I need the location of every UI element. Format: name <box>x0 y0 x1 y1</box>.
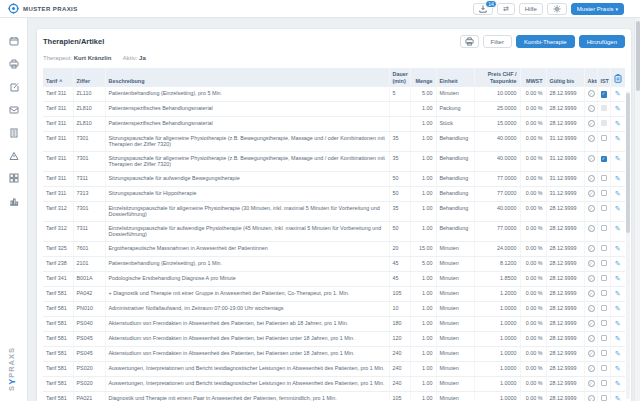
edit-row-button[interactable]: ✎ <box>615 260 621 267</box>
ist-checkbox[interactable] <box>601 305 608 312</box>
table-row[interactable]: Tarif 3127311Einzelsitzungspauschale für… <box>43 221 625 241</box>
sidebar-item-warnings[interactable] <box>0 147 27 165</box>
ist-checkbox[interactable] <box>601 335 608 342</box>
edit-row-button[interactable]: ✎ <box>615 245 621 252</box>
sidebar-item-statistics[interactable] <box>0 192 27 210</box>
table-row[interactable]: Tarif 311ZL810Patientenspezifisches Beha… <box>43 101 625 116</box>
edit-row-button[interactable]: ✎ <box>615 175 621 182</box>
table-row[interactable]: Tarif 3117301Sitzungspauschale für allge… <box>43 151 625 171</box>
edit-row-button[interactable]: ✎ <box>615 155 621 162</box>
cell-edit: ✎ <box>610 361 625 376</box>
transfer-button[interactable]: ⇄ <box>497 3 515 15</box>
filter-button[interactable]: Filter <box>483 35 512 48</box>
aktiv-status-icon: ✓ <box>588 290 595 297</box>
ist-checkbox[interactable] <box>601 275 608 282</box>
col-header-beschreibung[interactable]: Beschreibung <box>105 68 389 87</box>
ist-checkbox[interactable] <box>601 290 608 297</box>
ist-checkbox[interactable] <box>601 225 608 232</box>
col-header-tarif[interactable]: Tarif^ <box>43 68 73 87</box>
ist-checkbox[interactable]: ✓ <box>601 156 608 163</box>
edit-row-button[interactable]: ✎ <box>615 105 621 112</box>
table-row[interactable]: Tarif 581PA021Diagnostik und Therapie mi… <box>43 391 625 401</box>
table-row[interactable]: Tarif 581PS020Auswertungen, Interpretati… <box>43 361 625 376</box>
col-header-preis-chf-taxpunkte[interactable]: Preis CHF / Taxpunkte <box>474 68 520 87</box>
kombi-therapie-button[interactable]: Kombi-Therapie <box>516 35 575 48</box>
ist-checkbox[interactable] <box>601 320 608 327</box>
sidebar-item-invoices[interactable] <box>0 124 27 142</box>
edit-row-button[interactable]: ✎ <box>615 190 621 197</box>
aktiv-status-icon: ✓ <box>588 120 595 127</box>
table-row[interactable]: Tarif 581PS045Aktenstudium von Fremdakte… <box>43 331 625 346</box>
edit-row-button[interactable]: ✎ <box>615 335 621 342</box>
cell-beschreibung: Patientenspezifisches Behandlungsmateria… <box>105 116 389 131</box>
ist-checkbox[interactable] <box>601 350 608 357</box>
help-button[interactable]: Hilfe <box>519 3 543 15</box>
table-scrollbar[interactable] <box>626 91 630 399</box>
ist-checkbox[interactable]: ✓ <box>601 91 608 98</box>
hinzufuegen-button[interactable]: Hinzufügen <box>579 35 625 48</box>
table-row[interactable]: Tarif 311ZL810Patientenspezifisches Beha… <box>43 116 625 131</box>
table-scrollbar-thumb[interactable] <box>626 93 630 233</box>
ist-checkbox[interactable] <box>601 190 608 197</box>
edit-row-button[interactable]: ✎ <box>615 225 621 232</box>
table-row[interactable]: Tarif 3117301Sitzungspauschale für allge… <box>43 131 625 151</box>
col-header-mwst[interactable]: MWST <box>520 68 546 87</box>
table-row[interactable]: Tarif 581PN010Administrativer Notfallauf… <box>43 301 625 316</box>
table-row[interactable]: Tarif 3127301Einzelsitzungspauschale für… <box>43 201 625 221</box>
ist-checkbox[interactable] <box>601 135 608 142</box>
ist-checkbox[interactable] <box>601 205 608 212</box>
window-scrollbar-thumb[interactable] <box>636 21 640 91</box>
edit-row-button[interactable]: ✎ <box>615 205 621 212</box>
cell-ist <box>597 171 610 186</box>
sidebar-item-print[interactable] <box>0 55 27 73</box>
copy-table-button[interactable] <box>610 68 625 87</box>
cell-dauer: 240 <box>389 346 410 361</box>
edit-row-button[interactable]: ✎ <box>615 380 621 387</box>
edit-row-button[interactable]: ✎ <box>615 305 621 312</box>
ist-checkbox[interactable] <box>601 365 608 372</box>
ist-checkbox[interactable] <box>601 395 608 401</box>
edit-row-button[interactable]: ✎ <box>615 135 621 142</box>
sidebar-item-calendar[interactable] <box>0 32 27 50</box>
edit-row-button[interactable]: ✎ <box>615 350 621 357</box>
edit-row-button[interactable]: ✎ <box>615 275 621 282</box>
table-row[interactable]: Tarif 3257601Ergotherapeutische Massnahm… <box>43 241 625 256</box>
sidebar-item-mail[interactable] <box>0 101 27 119</box>
edit-row-button[interactable]: ✎ <box>615 90 621 97</box>
col-header-menge[interactable]: Menge <box>410 68 436 87</box>
ist-checkbox[interactable] <box>601 245 608 252</box>
practice-menu-button[interactable]: Muster Praxis ▾ <box>571 3 624 15</box>
ist-checkbox[interactable] <box>601 120 608 127</box>
edit-row-button[interactable]: ✎ <box>615 395 621 401</box>
col-header-ist[interactable]: IST <box>597 68 610 87</box>
table-row[interactable]: Tarif 3117313Sitzungspauschale für Hippo… <box>43 186 625 201</box>
ist-checkbox[interactable] <box>601 260 608 267</box>
ist-checkbox[interactable] <box>601 175 608 182</box>
table-row[interactable]: Tarif 581PS040Aktenstudium von Fremdakte… <box>43 316 625 331</box>
table-row[interactable]: Tarif 2382101Patientenbehandlung (Einzel… <box>43 256 625 271</box>
ist-checkbox[interactable] <box>601 105 608 112</box>
settings-button[interactable] <box>547 3 567 15</box>
edit-row-button[interactable]: ✎ <box>615 120 621 127</box>
edit-row-button[interactable]: ✎ <box>615 365 621 372</box>
sidebar-item-compose[interactable] <box>0 78 27 96</box>
window-scrollbar[interactable] <box>634 18 640 401</box>
ist-checkbox[interactable] <box>601 380 608 387</box>
col-header-gültig-bis[interactable]: Gültig bis <box>546 68 584 87</box>
edit-row-button[interactable]: ✎ <box>615 290 621 297</box>
table-row[interactable]: Tarif 341B001APodologische Erstbehandlun… <box>43 271 625 286</box>
cell-mwst: 0.00 % <box>520 271 546 286</box>
table-row[interactable]: Tarif 3117311Sitzungspauschale für aufwe… <box>43 171 625 186</box>
table-row[interactable]: Tarif 581PS045Aktenstudium von Fremdakte… <box>43 346 625 361</box>
print-list-button[interactable] <box>460 35 479 48</box>
col-header-aktiv[interactable]: Aktiv <box>584 68 597 87</box>
table-row[interactable]: Tarif 311ZL110Patientenbehandlung (Einze… <box>43 87 625 101</box>
table-row[interactable]: Tarif 581PS020Auswertungen, Interpretati… <box>43 376 625 391</box>
download-button[interactable]: 14 <box>473 3 493 15</box>
edit-row-button[interactable]: ✎ <box>615 320 621 327</box>
col-header-einheit[interactable]: Einheit <box>436 68 474 87</box>
col-header-dauer-min-[interactable]: Dauer (min) <box>389 68 410 87</box>
sidebar-item-modules[interactable] <box>0 169 27 187</box>
table-row[interactable]: Tarif 581PA042+ Diagnostik und Therapie … <box>43 286 625 301</box>
col-header-ziffer[interactable]: Ziffer <box>73 68 105 87</box>
